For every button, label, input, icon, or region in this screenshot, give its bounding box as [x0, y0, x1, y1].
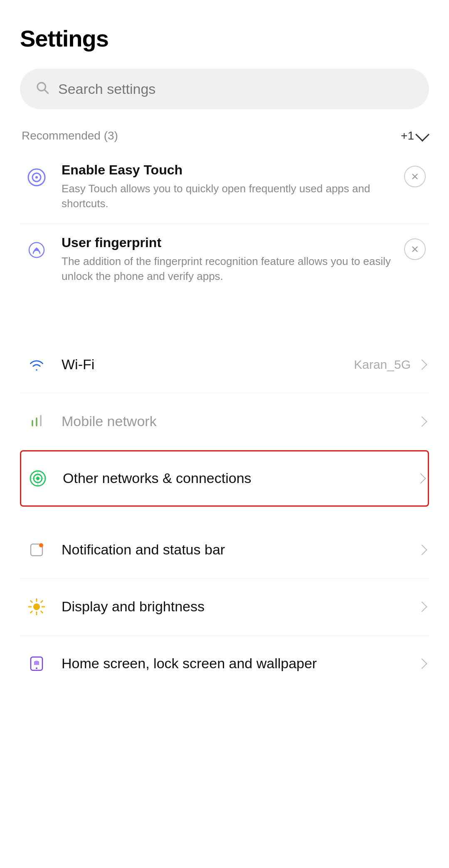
wifi-icon	[23, 351, 50, 378]
recommended-list: Enable Easy Touch Easy Touch allows you …	[20, 151, 429, 296]
easy-touch-title: Enable Easy Touch	[62, 162, 392, 178]
recommended-expand-button[interactable]: +1	[401, 129, 427, 142]
display-icon	[23, 593, 50, 620]
svg-line-1	[44, 90, 48, 93]
settings-item-other-networks[interactable]: Other networks & connections	[20, 450, 429, 507]
spacer-1	[20, 316, 429, 336]
svg-point-28	[36, 667, 37, 669]
mobile-network-title: Mobile network	[62, 413, 407, 429]
chevron-right-icon-2	[417, 416, 427, 427]
other-networks-right	[417, 475, 424, 482]
chevron-right-icon-6	[417, 658, 427, 669]
wifi-value: Karan_5G	[354, 358, 411, 372]
other-networks-title: Other networks & connections	[63, 470, 405, 486]
display-right	[418, 603, 426, 611]
recommended-item-fingerprint[interactable]: User fingerprint The addition of the fin…	[20, 223, 429, 296]
mobile-network-right	[418, 418, 426, 425]
display-title: Display and brightness	[62, 598, 407, 615]
svg-line-25	[41, 601, 43, 602]
mobile-network-content: Mobile network	[62, 413, 407, 429]
homescreen-right	[418, 660, 426, 667]
notification-content: Notification and status bar	[62, 542, 407, 558]
notification-icon	[23, 537, 50, 563]
chevron-down-icon	[415, 128, 429, 142]
notification-title: Notification and status bar	[62, 542, 407, 558]
settings-list: Wi-Fi Karan_5G Mobile network	[20, 336, 429, 692]
fingerprint-icon	[23, 237, 50, 263]
recommended-expand-label: +1	[401, 129, 414, 142]
spacer-2	[20, 507, 429, 522]
svg-line-24	[41, 611, 43, 613]
search-bar[interactable]	[20, 69, 429, 109]
settings-item-wifi[interactable]: Wi-Fi Karan_5G	[20, 336, 429, 393]
svg-line-26	[31, 611, 32, 613]
chevron-right-icon-5	[417, 601, 427, 612]
chevron-right-icon-4	[417, 544, 427, 555]
mobile-network-icon	[23, 408, 50, 435]
wifi-title: Wi-Fi	[62, 356, 342, 373]
fingerprint-description: The addition of the fingerprint recognit…	[62, 254, 392, 284]
search-input[interactable]	[58, 81, 414, 97]
other-networks-icon	[25, 465, 51, 492]
easy-touch-icon	[23, 164, 50, 191]
chevron-right-icon	[417, 359, 427, 370]
fingerprint-title: User fingerprint	[62, 235, 392, 250]
svg-point-17	[39, 543, 43, 547]
fingerprint-close-button[interactable]	[404, 238, 426, 260]
settings-item-display[interactable]: Display and brightness	[20, 579, 429, 635]
recommended-section-header: Recommended (3) +1	[20, 129, 429, 142]
settings-item-homescreen[interactable]: Home screen, lock screen and wallpaper	[20, 635, 429, 692]
wifi-right: Karan_5G	[354, 358, 426, 372]
easy-touch-content: Enable Easy Touch Easy Touch allows you …	[62, 162, 392, 211]
search-icon	[35, 80, 50, 98]
easy-touch-description: Easy Touch allows you to quickly open fr…	[62, 181, 392, 211]
display-content: Display and brightness	[62, 598, 407, 615]
other-networks-content: Other networks & connections	[63, 470, 405, 486]
recommended-item-easy-touch[interactable]: Enable Easy Touch Easy Touch allows you …	[20, 151, 429, 223]
easy-touch-close-button[interactable]	[404, 166, 426, 187]
settings-page: Settings Recommended (3) +1	[0, 0, 449, 725]
svg-point-4	[35, 176, 38, 179]
homescreen-title: Home screen, lock screen and wallpaper	[62, 655, 407, 672]
page-title: Settings	[20, 25, 429, 52]
notification-right	[418, 546, 426, 554]
svg-line-23	[31, 601, 32, 602]
svg-point-18	[33, 603, 40, 610]
settings-item-mobile-network[interactable]: Mobile network	[20, 393, 429, 450]
wifi-content: Wi-Fi	[62, 356, 342, 373]
svg-point-8	[36, 248, 37, 249]
recommended-label: Recommended (3)	[22, 129, 118, 142]
homescreen-content: Home screen, lock screen and wallpaper	[62, 655, 407, 672]
settings-item-notification[interactable]: Notification and status bar	[20, 522, 429, 579]
chevron-right-icon-3	[415, 473, 426, 483]
homescreen-icon	[23, 650, 50, 677]
fingerprint-content: User fingerprint The addition of the fin…	[62, 235, 392, 284]
